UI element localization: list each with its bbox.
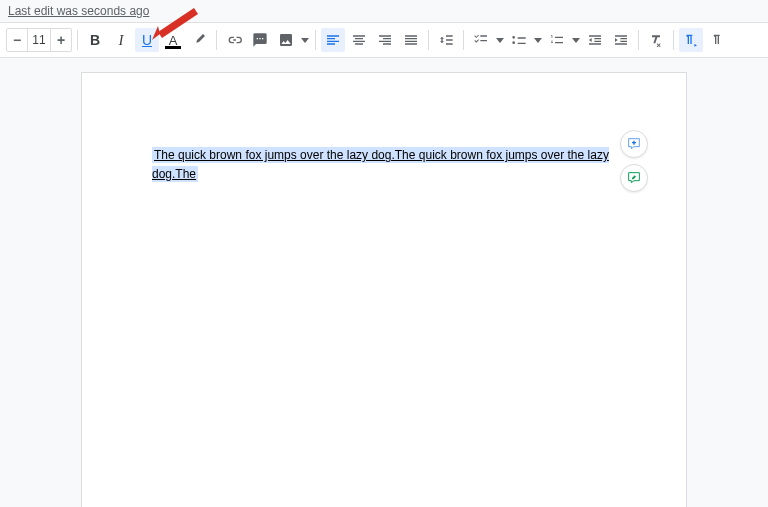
ltr-button[interactable] <box>679 28 703 52</box>
highlight-button[interactable] <box>187 28 211 52</box>
checklist-dropdown-icon[interactable] <box>495 38 505 43</box>
rtl-button[interactable] <box>705 28 729 52</box>
last-edit-link[interactable]: Last edit was seconds ago <box>0 0 157 22</box>
add-comment-button[interactable] <box>620 130 648 158</box>
separator <box>315 30 316 50</box>
image-dropdown-icon[interactable] <box>300 38 310 43</box>
align-justify-button[interactable] <box>399 28 423 52</box>
decrease-font-button[interactable]: − <box>7 29 27 51</box>
toolbar: − 11 + B I U A <box>0 22 768 58</box>
align-center-button[interactable] <box>347 28 371 52</box>
text-color-swatch <box>165 46 181 49</box>
align-right-button[interactable] <box>373 28 397 52</box>
line-spacing-button[interactable] <box>434 28 458 52</box>
checklist-button[interactable] <box>469 28 493 52</box>
separator <box>673 30 674 50</box>
bulleted-dropdown-icon[interactable] <box>533 38 543 43</box>
document-text[interactable]: The quick brown fox jumps over the lazy … <box>152 147 609 182</box>
separator <box>216 30 217 50</box>
numbered-list-button[interactable] <box>545 28 569 52</box>
separator <box>638 30 639 50</box>
increase-indent-button[interactable] <box>609 28 633 52</box>
separator <box>428 30 429 50</box>
decrease-indent-button[interactable] <box>583 28 607 52</box>
document-page[interactable]: The quick brown fox jumps over the lazy … <box>81 72 687 507</box>
text-color-button[interactable]: A <box>161 28 185 52</box>
italic-button[interactable]: I <box>109 28 133 52</box>
increase-font-button[interactable]: + <box>51 29 71 51</box>
separator <box>77 30 78 50</box>
bulleted-list-button[interactable] <box>507 28 531 52</box>
numbered-dropdown-icon[interactable] <box>571 38 581 43</box>
font-size-control: − 11 + <box>6 28 72 52</box>
workspace: The quick brown fox jumps over the lazy … <box>0 58 768 507</box>
underline-button[interactable]: U <box>135 28 159 52</box>
side-buttons <box>620 130 648 192</box>
insert-link-button[interactable] <box>222 28 246 52</box>
separator <box>463 30 464 50</box>
clear-formatting-button[interactable] <box>644 28 668 52</box>
bold-button[interactable]: B <box>83 28 107 52</box>
insert-comment-button[interactable] <box>248 28 272 52</box>
font-size-input[interactable]: 11 <box>27 29 51 51</box>
suggest-edits-button[interactable] <box>620 164 648 192</box>
align-left-button[interactable] <box>321 28 345 52</box>
insert-image-button[interactable] <box>274 28 298 52</box>
